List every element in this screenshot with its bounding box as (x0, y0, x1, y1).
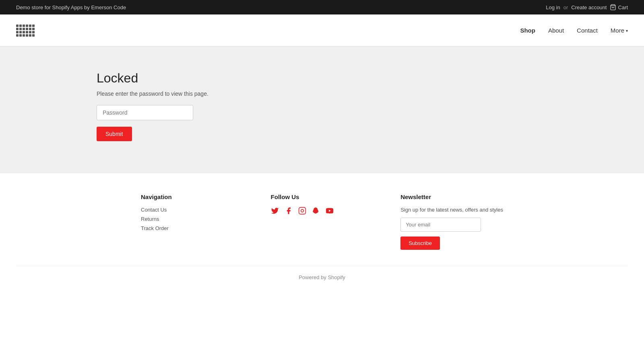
footer-follow-us-title: Follow Us (271, 193, 335, 200)
locked-title: Locked (97, 71, 208, 86)
locked-description: Please enter the password to view this p… (97, 90, 208, 97)
login-link[interactable]: Log in (546, 4, 560, 10)
cart-link[interactable]: Cart (610, 4, 628, 10)
locked-container: Locked Please enter the password to view… (97, 71, 208, 141)
separator: or (564, 4, 568, 10)
password-input[interactable] (97, 105, 193, 120)
header: Shop About Contact More ▾ (0, 14, 644, 47)
newsletter-description: Sign up for the latest news, offers and … (400, 207, 503, 213)
create-account-link[interactable]: Create account (571, 4, 607, 10)
top-bar-right: Log in or Create account Cart (546, 4, 628, 10)
chevron-down-icon: ▾ (626, 29, 628, 33)
main-content: Locked Please enter the password to view… (0, 47, 644, 173)
footer-bottom: Powered by Shopify (16, 266, 628, 280)
nav-shop[interactable]: Shop (520, 27, 535, 34)
nav-more-label: More (611, 27, 624, 34)
footer-columns: Navigation Contact Us Returns Track Orde… (141, 193, 503, 250)
submit-button[interactable]: Submit (97, 127, 132, 141)
top-bar: Demo store for Shopify Apps by Emerson C… (0, 0, 644, 14)
instagram-icon[interactable] (298, 207, 306, 217)
footer-follow-us-col: Follow Us (271, 193, 335, 250)
footer-newsletter-title: Newsletter (400, 193, 503, 200)
logo-link[interactable] (16, 25, 35, 37)
social-icons (271, 207, 335, 217)
footer-newsletter-col: Newsletter Sign up for the latest news, … (400, 193, 503, 250)
announcement-text: Demo store for Shopify Apps by Emerson C… (16, 4, 126, 10)
footer-track-order-link[interactable]: Track Order (141, 225, 205, 231)
snapchat-icon[interactable] (312, 207, 320, 217)
youtube-icon[interactable] (326, 207, 334, 217)
cart-icon (610, 4, 616, 10)
footer-navigation-title: Navigation (141, 193, 205, 200)
svg-point-2 (301, 210, 303, 212)
footer-navigation-col: Navigation Contact Us Returns Track Orde… (141, 193, 205, 250)
cart-label: Cart (618, 4, 628, 10)
footer-contact-us-link[interactable]: Contact Us (141, 207, 205, 213)
nav-contact[interactable]: Contact (577, 27, 598, 34)
footer-returns-link[interactable]: Returns (141, 216, 205, 222)
svg-rect-1 (299, 208, 305, 214)
email-input[interactable] (400, 218, 481, 232)
main-nav: Shop About Contact More ▾ (520, 27, 628, 34)
logo (16, 25, 35, 37)
subscribe-button[interactable]: Subscribe (400, 237, 440, 250)
twitter-icon[interactable] (271, 207, 279, 217)
footer: Navigation Contact Us Returns Track Orde… (0, 173, 644, 292)
nav-more-dropdown[interactable]: More ▾ (611, 27, 628, 34)
powered-by-text: Powered by Shopify (299, 274, 345, 280)
facebook-icon[interactable] (285, 207, 293, 217)
nav-about[interactable]: About (548, 27, 564, 34)
